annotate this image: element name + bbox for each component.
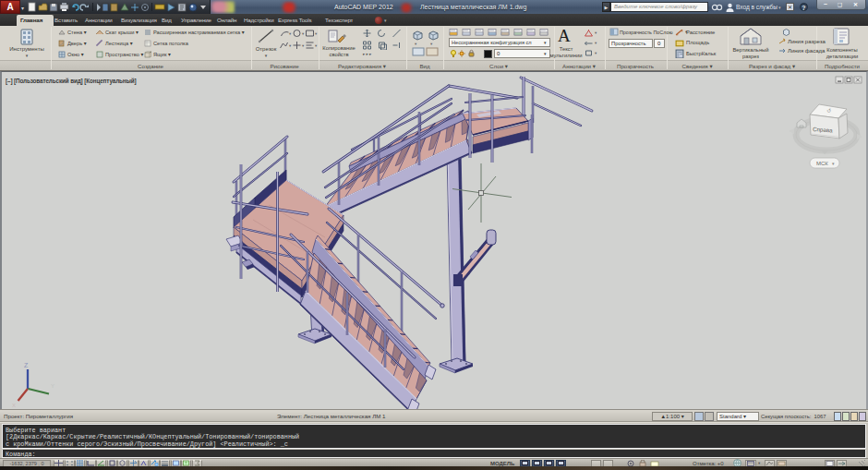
svg-text:Y: Y	[51, 383, 54, 389]
svg-text:X: X	[12, 403, 16, 408]
svg-text:Z: Z	[24, 362, 29, 368]
svg-text:[–] [Пользовательский вид] [Ко: [–] [Пользовательский вид] [Концептуальн…	[6, 78, 137, 85]
svg-text:МСК: МСК	[816, 161, 828, 166]
